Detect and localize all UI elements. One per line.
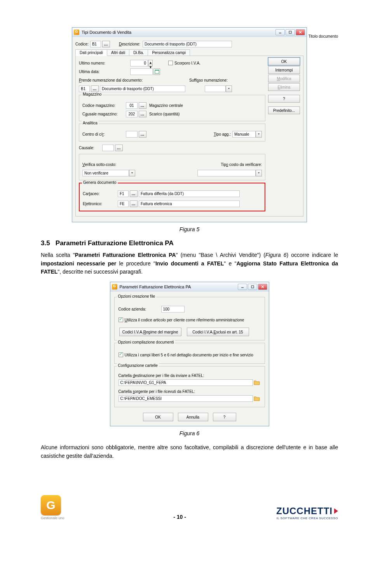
suffisso-input[interactable] [205,85,226,92]
elettronico-code[interactable]: FE [118,201,129,207]
opzioni-compilazione-legend: Opzioni compilazione documenti [117,340,175,344]
config-cartelle-legend: Configurazione cartelle [117,363,159,368]
close-button[interactable] [296,29,305,35]
cartaceo-code[interactable]: F1 [118,190,129,197]
window2-controls [238,284,267,290]
p1g: le procedure " [116,260,155,267]
cartella-sorg-input[interactable]: C:\FEPA\DOC_EMESSI [119,395,253,402]
centro-input[interactable] [126,131,138,138]
minimize-button[interactable] [275,29,285,35]
ok-button[interactable]: OK [268,58,300,65]
codice-lookup-button[interactable]: … [102,41,110,47]
logo-zucchetti: ZUCCHETTI IL SOFTWARE CHE CREA SUCCESSO [272,506,338,520]
descrizione-input[interactable]: Documento di trasporto (DDT) [143,41,232,47]
tab-diba[interactable]: Di.Ba. [129,49,148,56]
calendar-icon[interactable] [153,68,160,75]
tipo-agg-label: Tipo agg.: [214,132,231,136]
codice-mag-input[interactable]: 01 [126,102,138,109]
cartella-dest-input[interactable]: C:\FEPA\INVIO_G1_FEPA [119,379,253,386]
elettronico-label: Elettronico: [83,202,118,206]
elettronico-lookup[interactable]: … [130,201,138,207]
config-cartelle-groupbox: Configurazione cartelle Cartella destina… [114,366,265,407]
p1b: Parametri Fatturazione Elettronica PA [75,252,176,258]
verifica-value[interactable]: Non verificare [82,170,129,176]
svg-rect-9 [251,286,254,288]
paragraph-2: Alcune informazioni sono obbligatorie, m… [41,443,338,460]
codice-azienda-input[interactable]: 100 [161,306,185,312]
modifica-button: Modifica [268,75,300,82]
scorporo-checkbox[interactable] [168,61,173,65]
causale-mag-desc: Scarico (quantità) [148,111,241,117]
prende-num-lookup[interactable]: … [91,85,99,92]
cartaceo-label: Cartaceo: [83,192,118,196]
minimize-button2[interactable] [238,284,247,290]
codice-input[interactable]: B1 [90,41,101,47]
tipo-agg-dropdown[interactable] [256,131,262,138]
section-heading: 3.5 Parametri Fatturazione Elettronica P… [41,239,338,247]
codici-esclusi-button[interactable]: Codici I.V.A. Esclusi ex art. 15 [187,328,249,336]
suffisso-dropdown[interactable] [226,85,232,92]
annulla-button[interactable]: Annulla [178,413,208,421]
causale-mag-lookup[interactable]: … [139,111,146,117]
document-header-title: Titolo documento [309,34,338,38]
tipo-costo-label: Tipo costo da verificare: [221,162,262,167]
page-number: - 10 - [87,514,272,520]
tipo-costo-dropdown[interactable] [256,170,262,176]
cartaceo-desc: Fattura differita (da DDT) [139,190,240,197]
paragraph-1: Nella scelta "Parametri Fatturazione Ele… [41,251,338,276]
tab-altri-dati[interactable]: Altri dati [107,49,129,56]
app-icon2 [112,284,117,290]
cartaceo-lookup[interactable]: … [130,190,138,197]
utilizza-campi-label: Utilizza i campi liberi 5 e 6 nel dettag… [125,353,253,357]
centro-lookup[interactable]: … [139,131,146,138]
codici-regime-button[interactable]: Codici I.V.A. Regime del margine [119,328,181,336]
genera-documento-groupbox: Genera documento Cartaceo: F1 … Fattura … [79,183,265,211]
codice-label: Codice: [75,42,89,46]
prende-num-code[interactable]: B1 [79,85,90,92]
codice-mag-lookup[interactable]: … [139,102,146,109]
p1a: Nella scelta " [41,252,75,258]
opzioni-compilazione-groupbox: Opzioni compilazione documenti Utilizza … [114,343,265,364]
p1e: ) occorre indicare le [286,252,338,258]
zucchetti-tagline: IL SOFTWARE CHE CREA SUCCESSO [272,516,338,520]
maximize-button2[interactable] [248,284,257,290]
g1-text: Gestionale uno [41,516,87,520]
utilizza-campi-checkbox[interactable] [119,352,123,357]
causale-lookup[interactable]: … [115,145,123,151]
verifica-dropdown[interactable] [129,170,135,176]
help-button2[interactable]: ? [213,413,236,421]
tab-dati-principali[interactable]: Dati principali [75,49,107,56]
magazzino-groupbox: Magazzino Codice magazzino: 01 … Magazzi… [79,95,265,121]
p1f: impostazioni necessarie per [41,260,116,267]
tipo-agg-value[interactable]: Manuale [232,131,256,138]
interrompi-button[interactable]: Interrompi [268,66,300,74]
maximize-button[interactable] [286,29,295,35]
p2text: Alcune informazioni sono obbligatorie, m… [41,444,338,459]
logo-gestionale: G Gestionale uno [41,495,87,520]
ultimo-numero-input[interactable]: 0 [130,60,148,66]
folder-icon-sorg[interactable] [253,395,261,402]
svg-rect-1 [289,31,291,33]
help-button[interactable]: ? [268,95,300,103]
causale-input[interactable] [102,145,114,151]
analitica-groupbox: Analitica Centro di c/r: … Tipo agg.: Ma… [79,124,265,141]
figure5-caption: Figura 5 [41,226,338,232]
p1k: ", descritte nei successivi paragrafi. [58,269,143,275]
figure6-caption: Figura 6 [41,430,338,436]
folder-icon-dest[interactable] [253,379,261,386]
cartella-dest-label: Cartella destinazione per i file da invi… [119,373,261,378]
titlebar2: Parametri Fatturazione Elettronica PA [110,282,269,291]
triangle-icon [334,508,338,514]
tab-content: OK Interrompi Modifica Elimina ? Predefi… [75,56,303,216]
tipo-costo-value[interactable] [197,170,256,176]
codice-mag-label: Codice magazzino: [82,103,126,108]
ultima-data-input[interactable] [130,68,153,75]
window2-title: Parametri Fatturazione Elettronica PA [120,284,235,289]
close-button2[interactable] [258,284,267,290]
ultimo-numero-spinner[interactable]: ▴▾ [148,60,153,66]
causale-mag-input[interactable]: 202 [126,111,138,117]
predefinito-button[interactable]: Predefinito... [268,106,300,114]
utilizza-codice-checkbox[interactable] [119,318,123,322]
tab-personalizza-campi[interactable]: Personalizza campi [148,49,190,56]
ok-button2[interactable]: OK [143,413,173,421]
